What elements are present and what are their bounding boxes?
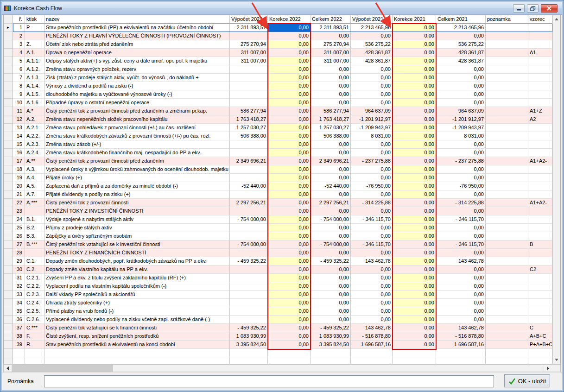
cell-vypocet-2022[interactable]: - 754 000,00	[230, 215, 268, 224]
cell-korekce-2022[interactable]: 0,00	[268, 307, 311, 316]
cell-korekce-2022[interactable]: 0,00	[268, 115, 311, 124]
cell-poznamka[interactable]	[486, 174, 528, 182]
cell-celkem-2021[interactable]: 0,00	[436, 190, 486, 199]
cell-vypocet-2022[interactable]	[230, 165, 268, 174]
cell-vypocet-2021[interactable]: 0,00	[351, 316, 393, 324]
row-indicator[interactable]	[4, 74, 13, 82]
cell-ktisk[interactable]: A.1.3.	[25, 74, 44, 82]
cell-vypocet-2021[interactable]: - 346 115,70	[351, 215, 393, 224]
cell-poznamka[interactable]	[486, 57, 528, 65]
cell-ktisk[interactable]: A.**	[25, 157, 44, 165]
cell-korekce-2022[interactable]: 0,00	[268, 257, 311, 266]
cell-korekce-2021[interactable]: 0,00	[393, 266, 436, 274]
cell-celkem-2021[interactable]: 0,00	[436, 207, 486, 215]
cell-ktisk[interactable]: C.2.3.	[25, 291, 44, 299]
cell-nazev[interactable]: Stav peněžních prostředků (PP) a ekvival…	[44, 24, 230, 32]
cell-nazev[interactable]: Změna stavu opravných položek, rezerv	[44, 65, 230, 74]
cell-korekce-2021[interactable]: 0,00	[393, 174, 436, 182]
cell-ktisk[interactable]: A.2.4.	[25, 149, 44, 157]
cell-poznamka[interactable]	[486, 282, 528, 291]
cell-vypocet-2021[interactable]: 964 637,09	[351, 107, 393, 115]
cell-korekce-2021[interactable]: 0,00	[393, 99, 436, 107]
row-indicator[interactable]	[4, 149, 13, 157]
cell-vypocet-2022[interactable]	[230, 174, 268, 182]
row-indicator[interactable]	[4, 124, 13, 132]
cell-celkem-2021[interactable]: 0,00	[436, 90, 486, 99]
cell-vypocet-2022[interactable]	[230, 232, 268, 240]
cell-korekce-2021[interactable]: 0,00	[393, 224, 436, 232]
current-row-indicator[interactable]: ►	[4, 24, 13, 32]
cell-ktisk[interactable]: A.7.	[25, 190, 44, 199]
cell-ktisk[interactable]: P.	[25, 24, 44, 32]
cell-nazev[interactable]: Zisk (ztráta) z prodeje stálých aktiv, v…	[44, 74, 230, 82]
cell-vzorec[interactable]: C	[528, 324, 552, 332]
cell-celkem-2022[interactable]: 0,00	[311, 207, 351, 215]
cell-celkem-2022[interactable]: 3 395 824,50	[311, 341, 351, 349]
cell-poznamka[interactable]	[486, 132, 528, 140]
cell-vypocet-2022[interactable]: 2 297 256,21	[230, 199, 268, 207]
cell-vypocet-2021[interactable]: 2 213 465,96	[351, 24, 393, 32]
cell-celkem-2021[interactable]: 0,00	[436, 149, 486, 157]
cell-poznamka[interactable]	[486, 99, 528, 107]
cell-nazev[interactable]: Dopady změn dlouhodobých, popř. krátkodo…	[44, 257, 230, 266]
row-indicator[interactable]	[4, 182, 13, 190]
cell-vypocet-2021[interactable]: 0,00	[351, 232, 393, 240]
cell-celkem-2022[interactable]: 0,00	[311, 249, 351, 257]
cell-vzorec[interactable]	[528, 24, 552, 32]
cell-celkem-2022[interactable]: - 754 000,00	[311, 240, 351, 249]
cell-ktisk[interactable]: A.1.5.	[25, 90, 44, 99]
cell-celkem-2021[interactable]: 0,00	[436, 99, 486, 107]
cell-celkem-2021[interactable]	[436, 349, 486, 357]
cell-korekce-2022[interactable]: 0,00	[268, 124, 311, 132]
cell-korekce-2022[interactable]: 0,00	[268, 32, 311, 40]
cell-korekce-2021[interactable]: 0,00	[393, 307, 436, 316]
cell-poznamka[interactable]	[486, 274, 528, 282]
row-indicator[interactable]	[4, 199, 13, 207]
cell-vypocet-2021[interactable]: 0,00	[351, 190, 393, 199]
cell-celkem-2022[interactable]: 586 277,94	[311, 107, 351, 115]
cell-celkem-2021[interactable]: - 314 225,88	[436, 199, 486, 207]
cell-vypocet-2022[interactable]	[230, 357, 268, 364]
row-indicator[interactable]	[4, 332, 13, 341]
cell-nazev[interactable]: Změna stavu nepeněžních složek pracovníh…	[44, 115, 230, 124]
cell-vypocet-2022[interactable]: 311 007,00	[230, 49, 268, 57]
row-indicator[interactable]	[4, 57, 13, 65]
cell-ktisk[interactable]: C.2.2.	[25, 282, 44, 291]
row-indicator[interactable]	[4, 341, 13, 349]
cell-poznamka[interactable]	[486, 190, 528, 199]
cell-celkem-2022[interactable]: 0,00	[311, 274, 351, 282]
vertical-scrollbar[interactable]	[552, 15, 560, 364]
scroll-up-button[interactable]	[553, 15, 560, 23]
cell-radek[interactable]: 7	[13, 74, 25, 82]
cell-radek[interactable]	[13, 357, 25, 364]
cell-vypocet-2021[interactable]: 0,00	[351, 165, 393, 174]
cell-vzorec[interactable]	[528, 232, 552, 240]
cell-vzorec[interactable]	[528, 174, 552, 182]
cell-celkem-2022[interactable]: 0,00	[311, 99, 351, 107]
cell-korekce-2022[interactable]: 0,00	[268, 341, 311, 349]
cell-radek[interactable]: 28	[13, 249, 25, 257]
cell-korekce-2022[interactable]: 0,00	[268, 74, 311, 82]
cell-poznamka[interactable]	[486, 124, 528, 132]
cell-radek[interactable]: 3	[13, 40, 25, 49]
cell-celkem-2022[interactable]: 2 349 696,21	[311, 157, 351, 165]
cell-celkem-2022[interactable]: 2 297 256,21	[311, 199, 351, 207]
cell-vypocet-2022[interactable]	[230, 307, 268, 316]
cell-celkem-2022[interactable]: 1 763 418,27	[311, 115, 351, 124]
cell-vzorec[interactable]	[528, 132, 552, 140]
cell-vypocet-2021[interactable]: 0,00	[351, 291, 393, 299]
cell-vypocet-2021[interactable]: 0,00	[351, 307, 393, 316]
cell-radek[interactable]: 33	[13, 291, 25, 299]
cell-poznamka[interactable]	[486, 316, 528, 324]
cell-korekce-2021[interactable]: 0,00	[393, 299, 436, 307]
cell-celkem-2022[interactable]: - 754 000,00	[311, 215, 351, 224]
cell-nazev[interactable]: Vyplacené dividendy nebo podíly na zisku…	[44, 316, 230, 324]
cell-korekce-2022[interactable]: 0,00	[268, 182, 311, 190]
cell-radek[interactable]: 8	[13, 82, 25, 90]
cell-vzorec[interactable]	[528, 90, 552, 99]
cell-celkem-2021[interactable]: 0,00	[436, 232, 486, 240]
cell-vzorec[interactable]	[528, 32, 552, 40]
cell-poznamka[interactable]	[486, 149, 528, 157]
cell-celkem-2021[interactable]: 8 031,00	[436, 132, 486, 140]
cell-poznamka[interactable]	[486, 299, 528, 307]
